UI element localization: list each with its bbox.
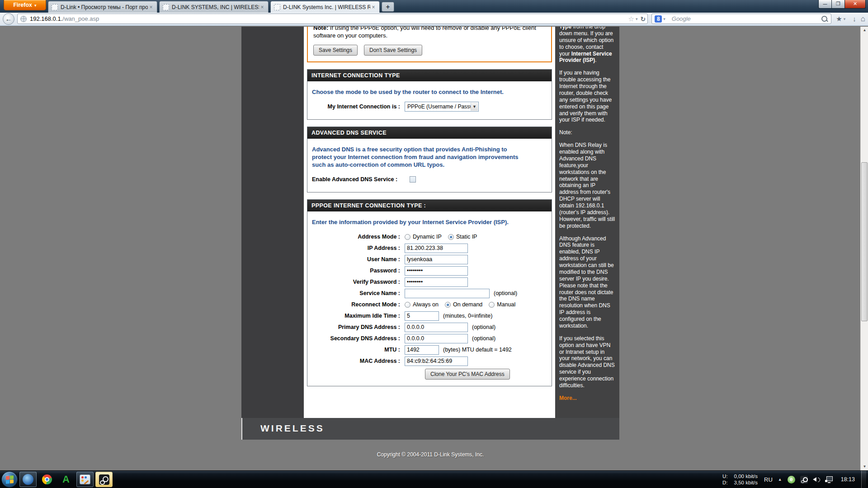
select-value: PPPoE (Username / Password) <box>407 103 471 110</box>
section-header: ADVANCED DNS SERVICE <box>307 127 552 139</box>
scroll-up-icon[interactable] <box>861 27 868 34</box>
language-indicator[interactable]: RU <box>764 476 773 483</box>
max-idle-row: Maximum Idle Time : (minutes, 0=infinite… <box>311 311 548 321</box>
windows-logo-icon <box>6 475 14 484</box>
verify-password-input[interactable] <box>405 277 468 287</box>
password-input[interactable] <box>405 266 468 276</box>
on-demand-radio[interactable] <box>445 302 451 308</box>
service-name-input[interactable] <box>405 289 490 298</box>
restore-button[interactable] <box>832 0 845 9</box>
url-bar[interactable]: 192.168.0.1./wan_poe.asp <box>17 14 648 24</box>
taskbar-firefox-button[interactable] <box>19 472 37 487</box>
max-idle-input[interactable] <box>405 311 439 321</box>
help-paragraph: If you selected this option and have VPN… <box>559 335 615 389</box>
download-value: 3,50 kbit/s <box>734 480 758 486</box>
clone-mac-button[interactable]: Clone Your PC's MAC Address <box>425 369 510 380</box>
taskbar-steam-button[interactable] <box>95 472 113 487</box>
dynamic-ip-radio[interactable] <box>405 234 410 240</box>
new-tab-button[interactable] <box>382 2 394 12</box>
field-label: IP Address : <box>311 245 405 251</box>
scrollbar-thumb[interactable] <box>861 162 868 321</box>
field-label: Enable Advanced DNS Service : <box>311 176 410 183</box>
search-magnifier-icon[interactable] <box>821 15 828 23</box>
bookmarks-menu-button[interactable] <box>836 15 848 23</box>
tab-close-icon[interactable] <box>370 4 377 10</box>
bookmark-star-icon[interactable] <box>628 16 634 22</box>
field-label: Maximum Idle Time : <box>311 313 405 319</box>
firefox-menu-button[interactable]: Firefox <box>4 0 46 10</box>
downloads-button[interactable] <box>853 15 856 23</box>
home-button[interactable] <box>861 14 865 23</box>
pppoe-note: Note: If using the PPPoE option, you wil… <box>313 27 546 39</box>
urlbar-icons <box>628 15 646 23</box>
taskbar-chrome-button[interactable] <box>38 472 56 487</box>
connection-type-select[interactable]: PPPoE (Username / Password) <box>405 102 479 112</box>
mac-address-input[interactable] <box>405 357 468 366</box>
ip-address-input[interactable] <box>405 244 468 253</box>
favicon-placeholder-icon <box>274 4 280 10</box>
note-label: Note: <box>313 27 328 31</box>
tray-volume[interactable] <box>813 476 820 483</box>
tray-network[interactable] <box>825 476 833 483</box>
start-button[interactable] <box>1 471 18 488</box>
network-icon <box>825 476 833 483</box>
field-label: My Internet Connection is : <box>311 103 405 110</box>
static-ip-radio[interactable] <box>448 234 454 240</box>
google-engine-icon[interactable] <box>655 15 662 23</box>
user-name-input[interactable] <box>405 255 468 264</box>
manual-radio[interactable] <box>489 302 495 308</box>
back-button[interactable] <box>3 13 14 25</box>
router-nav-sidebar <box>241 27 304 418</box>
tray-steam[interactable] <box>800 476 808 483</box>
taskbar-clock[interactable]: 18:13 <box>841 476 855 483</box>
tray-eset[interactable] <box>788 476 795 483</box>
primary-dns-input[interactable] <box>405 323 468 332</box>
save-settings-button[interactable]: Save Settings <box>313 45 358 56</box>
scroll-down-icon[interactable] <box>861 463 868 470</box>
tab-dlink-router-active[interactable]: D-LINK Systems Inc. | WIRELESS ROU... <box>270 1 380 13</box>
system-tray: U: 0,00 kbit/s D: 3,50 kbit/s RU 18:13 <box>722 471 868 488</box>
mtu-input[interactable] <box>405 345 439 355</box>
urlbar-dropdown-icon[interactable] <box>636 17 638 21</box>
field-label: User Name : <box>311 256 405 263</box>
speaker-icon <box>813 476 820 483</box>
section-header: INTERNET CONNECTION TYPE <box>307 70 552 81</box>
search-bar[interactable]: Google <box>651 14 831 24</box>
taskbar-paint-button[interactable] <box>76 472 94 487</box>
always-on-radio[interactable] <box>405 302 410 308</box>
search-engine-dropdown-icon[interactable] <box>663 17 665 21</box>
secondary-dns-input[interactable] <box>405 334 468 343</box>
hidden-icons-caret-icon[interactable] <box>778 477 782 482</box>
show-desktop-button[interactable] <box>861 471 866 488</box>
more-link[interactable]: More... <box>559 395 577 401</box>
url-text[interactable]: 192.168.0.1./wan_poe.asp <box>30 15 628 22</box>
clone-mac-row: Clone Your PC's MAC Address <box>311 369 548 380</box>
help-bold: Type <box>559 27 571 30</box>
taskbar-aimp-button[interactable] <box>57 472 75 487</box>
tab-dlink-forum[interactable]: D-Link • Просмотр темы - Порт про... <box>48 1 157 13</box>
window-controls <box>818 0 866 9</box>
download-arrow-icon <box>853 15 856 23</box>
field-label: MTU : <box>311 347 405 353</box>
mac-address-row: MAC Address : <box>311 356 548 366</box>
reload-icon[interactable] <box>641 15 646 23</box>
radio-label: On demand <box>453 301 482 308</box>
browser-scrollbar[interactable] <box>860 27 868 470</box>
tab-dlink-systems[interactable]: D-LINK SYSTEMS, INC | WIRELESS RO... <box>159 1 269 13</box>
field-label: Service Name : <box>311 290 405 296</box>
field-suffix: (optional) <box>472 335 495 342</box>
tab-close-icon[interactable] <box>148 4 154 10</box>
tab-close-icon[interactable] <box>259 4 265 10</box>
url-path: /wan_poe.asp <box>62 15 99 22</box>
note-body: If using the PPPoE option, you will need… <box>313 27 536 39</box>
minimize-button[interactable] <box>818 0 832 9</box>
network-speed-meter: U: 0,00 kbit/s D: 3,50 kbit/s <box>722 474 758 486</box>
close-button[interactable] <box>845 0 866 9</box>
field-label: Verify Password : <box>311 279 405 285</box>
search-input[interactable]: Google <box>672 15 821 22</box>
bookmarks-star-icon <box>836 15 842 23</box>
primary-dns-row: Primary DNS Address : (optional) <box>311 322 548 332</box>
internet-connection-type-section: INTERNET CONNECTION TYPE Choose the mode… <box>307 69 552 120</box>
enable-advanced-dns-checkbox[interactable] <box>410 176 416 183</box>
dont-save-settings-button[interactable]: Don't Save Settings <box>364 45 422 56</box>
